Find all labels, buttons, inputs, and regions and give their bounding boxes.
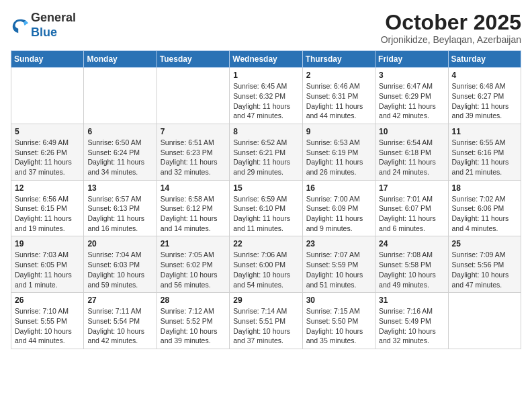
calendar-cell: 23Sunrise: 7:07 AM Sunset: 5:59 PM Dayli…: [302, 236, 375, 293]
day-info: Sunrise: 7:14 AM Sunset: 5:51 PM Dayligh…: [233, 306, 298, 346]
day-info: Sunrise: 6:48 AM Sunset: 6:27 PM Dayligh…: [452, 81, 517, 121]
day-info: Sunrise: 7:00 AM Sunset: 6:09 PM Dayligh…: [306, 194, 371, 234]
calendar-cell: 18Sunrise: 7:02 AM Sunset: 6:06 PM Dayli…: [448, 180, 521, 236]
day-info: Sunrise: 7:08 AM Sunset: 5:58 PM Dayligh…: [379, 250, 444, 289]
calendar-cell: 24Sunrise: 7:08 AM Sunset: 5:58 PM Dayli…: [375, 236, 448, 293]
day-number: 24: [379, 239, 444, 248]
day-number: 7: [161, 127, 226, 136]
calendar-cell: 2Sunrise: 6:46 AM Sunset: 6:31 PM Daylig…: [302, 68, 375, 124]
calendar-week-row: 5Sunrise: 6:49 AM Sunset: 6:26 PM Daylig…: [11, 124, 521, 180]
day-info: Sunrise: 7:01 AM Sunset: 6:07 PM Dayligh…: [379, 194, 444, 234]
day-info: Sunrise: 6:46 AM Sunset: 6:31 PM Dayligh…: [306, 81, 371, 121]
calendar-cell: 15Sunrise: 6:59 AM Sunset: 6:10 PM Dayli…: [230, 180, 302, 236]
calendar-cell: [448, 293, 521, 349]
day-number: 9: [306, 127, 371, 136]
day-number: 31: [379, 295, 444, 305]
calendar-cell: 6Sunrise: 6:50 AM Sunset: 6:24 PM Daylig…: [84, 124, 157, 180]
day-info: Sunrise: 7:15 AM Sunset: 5:50 PM Dayligh…: [306, 306, 371, 346]
calendar-cell: 29Sunrise: 7:14 AM Sunset: 5:51 PM Dayli…: [230, 293, 302, 349]
calendar-cell: [11, 68, 84, 124]
day-info: Sunrise: 6:57 AM Sunset: 6:13 PM Dayligh…: [87, 194, 152, 234]
calendar-cell: 19Sunrise: 7:03 AM Sunset: 6:05 PM Dayli…: [11, 236, 84, 293]
weekday-header: Wednesday: [230, 51, 302, 68]
calendar-week-row: 26Sunrise: 7:10 AM Sunset: 5:55 PM Dayli…: [11, 293, 521, 349]
day-info: Sunrise: 7:10 AM Sunset: 5:55 PM Dayligh…: [15, 306, 80, 346]
calendar-cell: 16Sunrise: 7:00 AM Sunset: 6:09 PM Dayli…: [302, 180, 375, 236]
weekday-header: Friday: [375, 51, 448, 68]
day-info: Sunrise: 7:02 AM Sunset: 6:06 PM Dayligh…: [452, 194, 517, 234]
day-number: 28: [161, 295, 226, 305]
day-info: Sunrise: 6:55 AM Sunset: 6:16 PM Dayligh…: [452, 138, 517, 177]
location-subtitle: Orjonikidze, Beylaqan, Azerbaijan: [381, 34, 521, 45]
calendar-cell: 3Sunrise: 6:47 AM Sunset: 6:29 PM Daylig…: [375, 68, 448, 124]
calendar-cell: 20Sunrise: 7:04 AM Sunset: 6:03 PM Dayli…: [84, 236, 157, 293]
day-info: Sunrise: 7:07 AM Sunset: 5:59 PM Dayligh…: [306, 250, 371, 289]
day-info: Sunrise: 7:06 AM Sunset: 6:00 PM Dayligh…: [233, 250, 298, 289]
calendar-cell: 22Sunrise: 7:06 AM Sunset: 6:00 PM Dayli…: [230, 236, 302, 293]
calendar-cell: [157, 68, 229, 124]
day-number: 18: [452, 183, 517, 193]
day-info: Sunrise: 6:59 AM Sunset: 6:10 PM Dayligh…: [233, 194, 298, 234]
day-info: Sunrise: 7:09 AM Sunset: 5:56 PM Dayligh…: [452, 250, 517, 289]
day-info: Sunrise: 7:04 AM Sunset: 6:03 PM Dayligh…: [87, 250, 152, 289]
day-info: Sunrise: 6:53 AM Sunset: 6:19 PM Dayligh…: [306, 138, 371, 177]
day-number: 26: [15, 295, 80, 305]
day-number: 22: [233, 239, 298, 248]
calendar-cell: 1Sunrise: 6:45 AM Sunset: 6:32 PM Daylig…: [230, 68, 302, 124]
day-number: 30: [306, 295, 371, 305]
day-number: 3: [379, 71, 444, 80]
logo-icon: [11, 16, 30, 35]
calendar-cell: 25Sunrise: 7:09 AM Sunset: 5:56 PM Dayli…: [448, 236, 521, 293]
day-number: 29: [233, 295, 298, 305]
day-info: Sunrise: 6:49 AM Sunset: 6:26 PM Dayligh…: [15, 138, 80, 177]
day-number: 27: [87, 295, 152, 305]
calendar-cell: 10Sunrise: 6:54 AM Sunset: 6:18 PM Dayli…: [375, 124, 448, 180]
day-number: 6: [87, 127, 152, 136]
calendar-cell: 11Sunrise: 6:55 AM Sunset: 6:16 PM Dayli…: [448, 124, 521, 180]
day-info: Sunrise: 6:47 AM Sunset: 6:29 PM Dayligh…: [379, 81, 444, 121]
weekday-header: Thursday: [302, 51, 375, 68]
weekday-header: Monday: [84, 51, 157, 68]
page-header: General Blue October 2025 Orjonikidze, B…: [11, 11, 521, 45]
day-number: 10: [379, 127, 444, 136]
calendar-cell: 31Sunrise: 7:16 AM Sunset: 5:49 PM Dayli…: [375, 293, 448, 349]
calendar-cell: 4Sunrise: 6:48 AM Sunset: 6:27 PM Daylig…: [448, 68, 521, 124]
day-number: 19: [15, 239, 80, 248]
day-number: 12: [15, 183, 80, 193]
day-info: Sunrise: 6:50 AM Sunset: 6:24 PM Dayligh…: [87, 138, 152, 177]
day-number: 21: [161, 239, 226, 248]
title-block: October 2025 Orjonikidze, Beylaqan, Azer…: [381, 11, 521, 45]
calendar-cell: 8Sunrise: 6:52 AM Sunset: 6:21 PM Daylig…: [230, 124, 302, 180]
calendar-cell: 26Sunrise: 7:10 AM Sunset: 5:55 PM Dayli…: [11, 293, 84, 349]
day-number: 8: [233, 127, 298, 136]
day-number: 23: [306, 239, 371, 248]
day-info: Sunrise: 7:16 AM Sunset: 5:49 PM Dayligh…: [379, 306, 444, 346]
day-info: Sunrise: 6:58 AM Sunset: 6:12 PM Dayligh…: [161, 194, 226, 234]
weekday-header: Tuesday: [157, 51, 229, 68]
logo-text: General Blue: [31, 11, 76, 40]
weekday-header-row: SundayMondayTuesdayWednesdayThursdayFrid…: [11, 51, 521, 68]
day-number: 17: [379, 183, 444, 193]
day-number: 14: [161, 183, 226, 193]
day-number: 16: [306, 183, 371, 193]
day-info: Sunrise: 7:05 AM Sunset: 6:02 PM Dayligh…: [161, 250, 226, 289]
calendar-week-row: 12Sunrise: 6:56 AM Sunset: 6:15 PM Dayli…: [11, 180, 521, 236]
day-number: 5: [15, 127, 80, 136]
day-number: 11: [452, 127, 517, 136]
day-number: 15: [233, 183, 298, 193]
calendar-cell: 30Sunrise: 7:15 AM Sunset: 5:50 PM Dayli…: [302, 293, 375, 349]
day-number: 1: [233, 71, 298, 80]
calendar-cell: 9Sunrise: 6:53 AM Sunset: 6:19 PM Daylig…: [302, 124, 375, 180]
calendar-cell: [84, 68, 157, 124]
day-number: 4: [452, 71, 517, 80]
day-info: Sunrise: 7:03 AM Sunset: 6:05 PM Dayligh…: [15, 250, 80, 289]
day-info: Sunrise: 6:52 AM Sunset: 6:21 PM Dayligh…: [233, 138, 298, 177]
day-info: Sunrise: 6:56 AM Sunset: 6:15 PM Dayligh…: [15, 194, 80, 234]
logo: General Blue: [11, 11, 76, 40]
calendar-cell: 17Sunrise: 7:01 AM Sunset: 6:07 PM Dayli…: [375, 180, 448, 236]
calendar-cell: 12Sunrise: 6:56 AM Sunset: 6:15 PM Dayli…: [11, 180, 84, 236]
day-info: Sunrise: 6:54 AM Sunset: 6:18 PM Dayligh…: [379, 138, 444, 177]
month-title: October 2025: [381, 11, 521, 34]
day-number: 13: [87, 183, 152, 193]
calendar-cell: 21Sunrise: 7:05 AM Sunset: 6:02 PM Dayli…: [157, 236, 229, 293]
